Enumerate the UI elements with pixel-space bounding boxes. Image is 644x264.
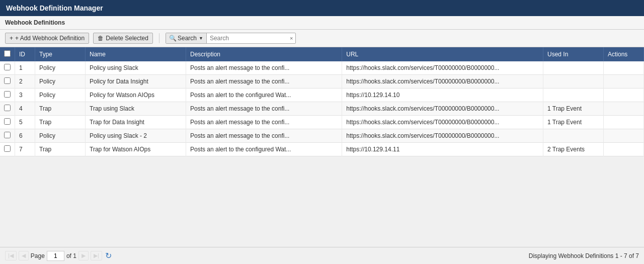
table-body: 1 Policy Policy using Slack Posts an ale… bbox=[0, 61, 644, 156]
row-usedin bbox=[543, 89, 604, 102]
table-row: 1 Policy Policy using Slack Posts an ale… bbox=[0, 61, 644, 75]
row-checkbox-cell[interactable] bbox=[0, 129, 15, 143]
toolbar: + + Add Webhook Definition 🗑 Delete Sele… bbox=[0, 30, 644, 47]
search-trigger-button[interactable]: 🔍 Search ▼ bbox=[166, 33, 207, 43]
row-type: Trap bbox=[35, 116, 86, 129]
row-actions bbox=[604, 61, 644, 75]
row-id: 1 bbox=[15, 61, 35, 75]
row-name: Policy using Slack - 2 bbox=[86, 129, 186, 143]
row-id: 7 bbox=[15, 143, 35, 156]
row-checkbox-cell[interactable] bbox=[0, 75, 15, 89]
header-description[interactable]: Description bbox=[186, 47, 342, 61]
row-name: Policy for Watson AIOps bbox=[86, 89, 186, 102]
row-url: https://10.129.14.10 bbox=[342, 89, 543, 102]
row-id: 6 bbox=[15, 129, 35, 143]
add-icon: + bbox=[10, 35, 13, 42]
row-actions bbox=[604, 89, 644, 102]
title-bar: Webhook Definition Manager bbox=[0, 0, 644, 16]
row-id: 4 bbox=[15, 102, 35, 116]
row-name: Trap for Data Insight bbox=[86, 116, 186, 129]
header-type[interactable]: Type bbox=[35, 47, 86, 61]
row-usedin: 1 Trap Event bbox=[543, 116, 604, 129]
search-clear-button[interactable]: × bbox=[287, 34, 295, 42]
row-url: https://hooks.slack.com/services/T000000… bbox=[342, 129, 543, 143]
row-type: Trap bbox=[35, 102, 86, 116]
row-url: https://hooks.slack.com/services/T000000… bbox=[342, 61, 543, 75]
row-url: https://hooks.slack.com/services/T000000… bbox=[342, 102, 543, 116]
row-description: Posts an alert to the configured Wat... bbox=[186, 143, 342, 156]
row-type: Trap bbox=[35, 143, 86, 156]
row-name: Trap using Slack bbox=[86, 102, 186, 116]
header-usedin[interactable]: Used In bbox=[543, 47, 604, 61]
row-actions bbox=[604, 75, 644, 89]
table-header-row: ID Type Name Description URL Used In Act… bbox=[0, 47, 644, 61]
row-url: https://hooks.slack.com/services/T000000… bbox=[342, 75, 543, 89]
header-url[interactable]: URL bbox=[342, 47, 543, 61]
header-checkbox-col[interactable] bbox=[0, 47, 15, 61]
row-actions bbox=[604, 143, 644, 156]
chevron-down-icon: ▼ bbox=[199, 36, 203, 41]
header-actions[interactable]: Actions bbox=[604, 47, 644, 61]
row-name: Trap for Watson AIOps bbox=[86, 143, 186, 156]
row-actions bbox=[604, 129, 644, 143]
row-url: https://10.129.14.11 bbox=[342, 143, 543, 156]
row-id: 5 bbox=[15, 116, 35, 129]
row-name: Policy using Slack bbox=[86, 61, 186, 75]
row-checkbox-cell[interactable] bbox=[0, 143, 15, 156]
row-type: Policy bbox=[35, 61, 86, 75]
table-row: 3 Policy Policy for Watson AIOps Posts a… bbox=[0, 89, 644, 102]
row-type: Policy bbox=[35, 89, 86, 102]
row-checkbox-cell[interactable] bbox=[0, 61, 15, 75]
webhooks-table: ID Type Name Description URL Used In Act… bbox=[0, 47, 644, 156]
row-type: Policy bbox=[35, 75, 86, 89]
row-actions bbox=[604, 116, 644, 129]
app-title: Webhook Definition Manager bbox=[6, 4, 103, 12]
search-input[interactable] bbox=[207, 33, 287, 43]
table-row: 2 Policy Policy for Data Insight Posts a… bbox=[0, 75, 644, 89]
row-checkbox[interactable] bbox=[4, 64, 11, 70]
row-description: Posts an alert message to the confi... bbox=[186, 102, 342, 116]
row-checkbox[interactable] bbox=[4, 145, 11, 152]
row-description: Posts an alert message to the confi... bbox=[186, 61, 342, 75]
row-checkbox[interactable] bbox=[4, 77, 11, 84]
trash-icon: 🗑 bbox=[98, 35, 104, 42]
row-description: Posts an alert message to the confi... bbox=[186, 116, 342, 129]
table-row: 6 Policy Policy using Slack - 2 Posts an… bbox=[0, 129, 644, 143]
row-usedin: 2 Trap Events bbox=[543, 143, 604, 156]
row-checkbox-cell[interactable] bbox=[0, 116, 15, 129]
row-id: 3 bbox=[15, 89, 35, 102]
row-description: Posts an alert message to the confi... bbox=[186, 75, 342, 89]
delete-selected-button[interactable]: 🗑 Delete Selected bbox=[93, 33, 153, 44]
table-row: 4 Trap Trap using Slack Posts an alert m… bbox=[0, 102, 644, 116]
row-description: Posts an alert message to the confi... bbox=[186, 129, 342, 143]
row-checkbox[interactable] bbox=[4, 91, 11, 98]
row-checkbox[interactable] bbox=[4, 118, 11, 125]
search-container: 🔍 Search ▼ × bbox=[166, 33, 296, 44]
search-icon: 🔍 bbox=[169, 35, 177, 42]
section-title: Webhook Definitions bbox=[5, 19, 65, 26]
section-header: Webhook Definitions bbox=[0, 16, 644, 30]
row-checkbox-cell[interactable] bbox=[0, 102, 15, 116]
row-checkbox[interactable] bbox=[4, 132, 11, 138]
row-url: https://hooks.slack.com/services/T000000… bbox=[342, 116, 543, 129]
add-webhook-button[interactable]: + + Add Webhook Definition bbox=[5, 33, 89, 44]
toolbar-separator bbox=[159, 33, 159, 43]
row-usedin: 1 Trap Event bbox=[543, 102, 604, 116]
row-usedin bbox=[543, 61, 604, 75]
row-id: 2 bbox=[15, 75, 35, 89]
table-container: ID Type Name Description URL Used In Act… bbox=[0, 47, 644, 156]
row-description: Posts an alert to the configured Wat... bbox=[186, 89, 342, 102]
table-row: 5 Trap Trap for Data Insight Posts an al… bbox=[0, 116, 644, 129]
select-all-checkbox[interactable] bbox=[4, 50, 11, 57]
row-usedin bbox=[543, 75, 604, 89]
search-label: Search bbox=[178, 35, 197, 42]
row-checkbox[interactable] bbox=[4, 105, 11, 111]
row-usedin bbox=[543, 129, 604, 143]
header-id[interactable]: ID bbox=[15, 47, 35, 61]
row-name: Policy for Data Insight bbox=[86, 75, 186, 89]
row-checkbox-cell[interactable] bbox=[0, 89, 15, 102]
row-actions bbox=[604, 102, 644, 116]
row-type: Policy bbox=[35, 129, 86, 143]
header-name[interactable]: Name bbox=[86, 47, 186, 61]
table-row: 7 Trap Trap for Watson AIOps Posts an al… bbox=[0, 143, 644, 156]
